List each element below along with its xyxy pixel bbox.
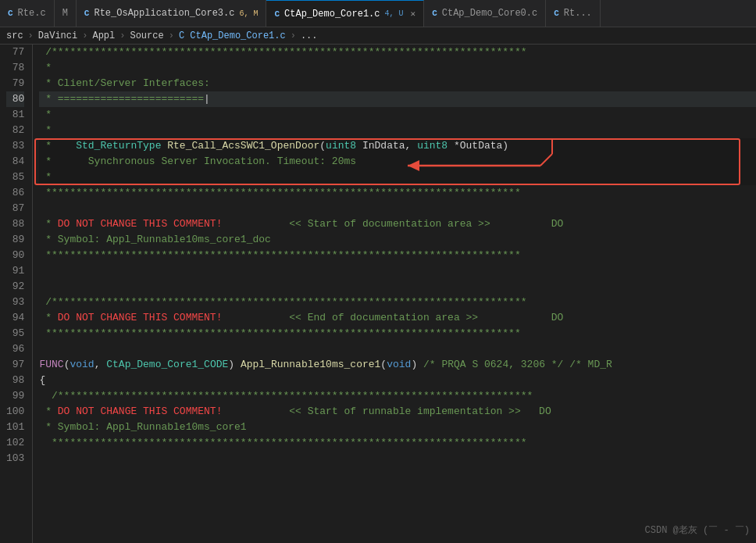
- tab-ctap-core1-label: CtAp_Demo_Core1.c: [284, 9, 380, 20]
- ln-82: 82: [6, 123, 24, 138]
- breadcrumb-appl[interactable]: Appl: [92, 30, 115, 41]
- ln-99: 99: [6, 388, 24, 404]
- tab-ctap-badge: 4, U: [385, 9, 404, 18]
- breadcrumb-ellipsis: ...: [301, 30, 318, 41]
- tab-m[interactable]: M: [55, 0, 77, 27]
- tab-ctap-core0-label: CtAp_Demo_Core0.c: [442, 8, 537, 19]
- code-line-99: /***************************************…: [39, 388, 756, 404]
- ln-91: 91: [6, 263, 24, 279]
- tab-rte-badge: 6, M: [239, 9, 258, 18]
- code-line-97: FUNC(void, CtAp_Demo_Core1_CODE) Appl_Ru…: [39, 357, 756, 373]
- breadcrumb-source[interactable]: Source: [130, 30, 163, 41]
- code-area: 77 78 79 80 81 82 83 84 85 86 87 88 89 9…: [0, 45, 756, 543]
- tab-ctap-demo-core0[interactable]: C CtAp_Demo_Core0.c: [424, 0, 546, 27]
- ln-89: 89: [6, 232, 24, 248]
- ln-88: 88: [6, 216, 24, 232]
- code-line-94: * DO NOT CHANGE THIS COMMENT! << End of …: [39, 310, 756, 326]
- tab-m-label: M: [62, 8, 68, 19]
- breadcrumb: src › DaVinci › Appl › Source › C CtAp_D…: [0, 27, 756, 45]
- ln-97: 97: [6, 357, 24, 373]
- code-line-90: ****************************************…: [39, 248, 756, 263]
- ln-77: 77: [6, 45, 24, 60]
- ln-101: 101: [6, 420, 24, 435]
- code-line-86: ****************************************…: [39, 185, 756, 201]
- code-line-100: * DO NOT CHANGE THIS COMMENT! << Start o…: [39, 404, 756, 420]
- c-file-icon-2: C: [84, 9, 90, 18]
- tab-rte-c[interactable]: C Rte.c: [0, 0, 55, 27]
- tab-bar: C Rte.c M C Rte_OsApplication_Core3.c 6,…: [0, 0, 756, 27]
- code-line-87: [39, 201, 756, 216]
- ln-103: 103: [6, 451, 24, 466]
- ln-84: 84: [6, 154, 24, 170]
- ln-100: 100: [6, 404, 24, 420]
- ln-87: 87: [6, 201, 24, 216]
- code-line-79: * Client/Server Interfaces:: [39, 76, 756, 91]
- tab-rt-ellipsis[interactable]: C Rt...: [546, 0, 601, 27]
- tab-rte-c-label: Rte.c: [18, 8, 46, 19]
- code-line-77: /***************************************…: [39, 45, 756, 60]
- ln-94: 94: [6, 310, 24, 326]
- ln-93: 93: [6, 295, 24, 310]
- code-line-78: *: [39, 60, 756, 76]
- breadcrumb-src[interactable]: src: [6, 30, 23, 41]
- c-file-icon-4: C: [432, 9, 437, 18]
- ln-92: 92: [6, 279, 24, 295]
- c-file-icon: C: [8, 9, 13, 18]
- code-line-102: ****************************************…: [39, 435, 756, 451]
- code-line-92: [39, 279, 756, 295]
- ln-78: 78: [6, 60, 24, 76]
- code-line-80: * ========================|: [39, 91, 756, 107]
- code-line-95: ****************************************…: [39, 326, 756, 341]
- ln-95: 95: [6, 326, 24, 341]
- code-line-98: {: [39, 373, 756, 388]
- ln-80: 80: [6, 91, 24, 107]
- code-line-88: * DO NOT CHANGE THIS COMMENT! << Start o…: [39, 216, 756, 232]
- ln-86: 86: [6, 185, 24, 201]
- tab-rte-osapplication[interactable]: C Rte_OsApplication_Core3.c 6, M: [77, 0, 267, 27]
- ln-83: 83: [6, 138, 24, 154]
- code-line-91: [39, 263, 756, 279]
- tab-close-button[interactable]: ✕: [411, 9, 416, 19]
- code-line-84: * Synchronous Server Invocation. Timeout…: [39, 154, 756, 170]
- line-numbers: 77 78 79 80 81 82 83 84 85 86 87 88 89 9…: [0, 45, 33, 543]
- code-line-81: *: [39, 107, 756, 123]
- tab-rt-label: Rt...: [564, 8, 592, 19]
- code-line-83: * Std_ReturnType Rte_Call_AcsSWC1_OpenDo…: [39, 138, 756, 154]
- code-line-101: * Symbol: Appl_Runnable10ms_core1: [39, 420, 756, 435]
- ln-79: 79: [6, 76, 24, 91]
- ln-96: 96: [6, 341, 24, 357]
- code-line-93: /***************************************…: [39, 295, 756, 310]
- breadcrumb-davinci[interactable]: DaVinci: [38, 30, 77, 41]
- breadcrumb-file[interactable]: C CtAp_Demo_Core1.c: [179, 30, 286, 41]
- code-line-89: * Symbol: Appl_Runnable10ms_core1_doc: [39, 232, 756, 248]
- code-content[interactable]: /***************************************…: [33, 45, 756, 543]
- code-line-85: *: [39, 170, 756, 185]
- ln-81: 81: [6, 107, 24, 123]
- ln-98: 98: [6, 373, 24, 388]
- code-line-82: *: [39, 123, 756, 138]
- ln-102: 102: [6, 435, 24, 451]
- c-file-icon-5: C: [554, 9, 559, 18]
- ln-85: 85: [6, 170, 24, 185]
- watermark: CSDN @老灰 (￣ - ￣): [645, 523, 750, 537]
- c-file-icon-3: C: [274, 9, 280, 19]
- ln-90: 90: [6, 248, 24, 263]
- code-line-103: [39, 451, 756, 466]
- tab-rte-osapplication-label: Rte_OsApplication_Core3.c: [94, 8, 234, 19]
- tab-ctap-demo-core1[interactable]: C CtAp_Demo_Core1.c 4, U ✕: [266, 0, 424, 27]
- code-line-96: [39, 341, 756, 357]
